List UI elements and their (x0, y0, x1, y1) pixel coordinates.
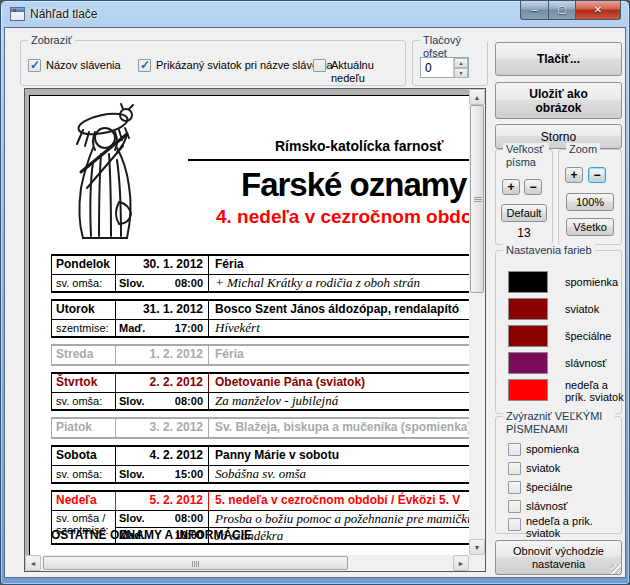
client-area: Zobraziť Názov slávenia Prikázaný sviato… (4, 27, 626, 578)
zoom-all-button[interactable]: Všetko (566, 218, 614, 236)
checkbox-icon[interactable] (508, 500, 521, 513)
color-label: sviatok (565, 303, 627, 315)
mass-label: sv. omša: (52, 393, 116, 409)
schedule-block-piatok: Piatok 3. 2. 2012 Sv. Blažeja, biskupa a… (51, 417, 469, 439)
spin-up-icon[interactable]: ▲ (454, 58, 468, 68)
day-name: Štvrtok (52, 374, 116, 392)
highlight-checkbox-nedela[interactable]: nedeľa a prik. sviatok (508, 515, 616, 539)
print-offset-stepper[interactable]: 0 ▲ ▼ (420, 57, 469, 78)
color-swatch-specialne[interactable] (508, 325, 548, 347)
preview-panel[interactable]: Rímsko-katolícka farnosť Farské oznamy 4… (24, 88, 486, 572)
day-title: Obetovanie Pána (sviatok) (209, 374, 469, 392)
parish-name: Rímsko-katolícka farnosť (275, 138, 444, 154)
font-size-group: Veľkosť písma + − Default 13 (495, 149, 553, 245)
color-label: spomienka (565, 276, 627, 288)
scroll-down-icon[interactable]: ▼ (469, 539, 485, 555)
mass-intention: Prosba o božiu pomoc a požehnanie pre ma… (209, 511, 469, 527)
print-button[interactable]: Tlačiť... (495, 42, 622, 76)
highlight-label: Zvýrazniť VEĽKÝMI PÍSMENAMI (503, 410, 615, 436)
checkbox-label: Názov slávenia (46, 59, 121, 72)
mass-intention: Sobášna sv. omša (209, 466, 469, 482)
color-row-slavnost: slávnosť (508, 352, 627, 374)
minimize-button[interactable]: – (520, 1, 549, 20)
checkbox-prikazany-sviatok[interactable]: Prikázaný sviatok pri názve slávenia (138, 59, 333, 72)
maximize-button[interactable]: ▢ (548, 1, 576, 20)
save-as-image-button[interactable]: Uložiť ako obrázok (495, 82, 622, 119)
scroll-up-icon[interactable]: ▲ (469, 89, 485, 105)
mass-language: Maď. (116, 320, 145, 336)
mass-time: 08:00 (175, 393, 208, 409)
spin-down-icon[interactable]: ▼ (454, 68, 468, 78)
mass-label: szentmise: (52, 320, 116, 336)
font-size-default-button[interactable]: Default (501, 204, 547, 222)
checkbox-label: špeciálne (526, 481, 572, 494)
day-date: 30. 1. 2012 (116, 256, 209, 274)
zoom-label: Zoom (566, 143, 600, 156)
print-offset-value[interactable]: 0 (421, 58, 453, 77)
checkbox-label: Aktuálnu nedeľu (331, 59, 405, 85)
document-page: Rímsko-katolícka farnosť Farské oznamy 4… (29, 95, 469, 555)
show-group-label: Zobraziť (28, 34, 75, 47)
color-swatch-nedela[interactable] (508, 379, 548, 401)
checkbox-icon[interactable] (508, 462, 521, 475)
zoom-100-button[interactable]: 100% (566, 193, 614, 211)
restore-defaults-button[interactable]: Obnoviť východzie nastavenia (495, 540, 622, 575)
day-name: Pondelok (52, 256, 116, 274)
checkbox-icon[interactable] (508, 443, 521, 456)
day-date: 1. 2. 2012 (116, 346, 209, 364)
color-swatch-slavnost[interactable] (508, 352, 548, 374)
color-swatch-spomienka[interactable] (508, 271, 548, 293)
day-title: Bosco Szent János áldozópap, rendalapító (209, 301, 469, 319)
mass-language: Slov. (116, 393, 144, 409)
preview-viewport[interactable]: Rímsko-katolícka farnosť Farské oznamy 4… (25, 89, 469, 555)
scroll-right-icon[interactable]: ► (453, 555, 469, 571)
checkbox-icon[interactable] (138, 59, 151, 72)
checkbox-icon[interactable] (28, 59, 41, 72)
mass-label: sv. omša: (52, 466, 116, 482)
checkbox-nazov-slavenia[interactable]: Názov slávenia (28, 59, 121, 72)
mass-intention: Hívekért (209, 320, 469, 336)
font-size-plus-button[interactable]: + (502, 179, 520, 195)
bulletin-title: Farské oznamy (241, 166, 466, 204)
close-button[interactable]: ✕ (575, 1, 621, 20)
resize-grip-icon[interactable] (611, 564, 621, 574)
schedule-block-stvrtok: Štvrtok 2. 2. 2012 Obetovanie Pána (svia… (51, 372, 469, 411)
zoom-in-button[interactable]: + (565, 167, 583, 183)
horizontal-scroll-thumb[interactable] (43, 556, 348, 570)
app-icon (10, 7, 25, 21)
close-icon: ✕ (594, 4, 602, 15)
vertical-scroll-thumb[interactable] (470, 105, 484, 293)
day-date: 31. 1. 2012 (116, 301, 209, 319)
scroll-left-icon[interactable]: ◄ (25, 555, 41, 571)
checkbox-icon[interactable] (508, 481, 521, 494)
color-swatch-sviatok[interactable] (508, 298, 548, 320)
scrollbar-corner (469, 555, 485, 571)
schedule-block-utorok: Utorok 31. 1. 2012 Bosco Szent János áld… (51, 299, 469, 338)
day-name: Piatok (52, 419, 116, 437)
font-size-minus-button[interactable]: − (524, 179, 542, 195)
color-settings-group: Nastavenia farieb spomienka sviatok špec… (495, 250, 622, 414)
day-date: 4. 2. 2012 (116, 447, 209, 465)
mass-label: sv. omša: (52, 275, 116, 291)
checkbox-label: spomienka (526, 443, 579, 456)
mass-intention: Za manželov - jubilejná (209, 393, 469, 409)
highlight-checkbox-sviatok[interactable]: sviatok (508, 462, 560, 475)
highlight-checkbox-slavnost[interactable]: slávnosť (508, 500, 567, 513)
checkbox-icon[interactable] (508, 518, 521, 531)
checkbox-aktualnu-nedelu[interactable]: Aktuálnu nedeľu (313, 59, 405, 85)
zoom-out-button[interactable]: − (588, 167, 606, 183)
highlight-group: Zvýrazniť VEĽKÝMI PÍSMENAMI spomienka sv… (495, 416, 622, 534)
schedule-table: Pondelok 30. 1. 2012 Féria sv. omša: Slo… (51, 254, 469, 551)
titlebar[interactable]: Náhľad tlače – ▢ ✕ (1, 1, 629, 27)
vertical-scrollbar[interactable]: ▲ ▼ (469, 89, 485, 555)
checkbox-icon[interactable] (313, 59, 326, 72)
print-offset-group: Tlačový ofset 0 ▲ ▼ (412, 40, 488, 86)
day-name: Nedeľa (52, 492, 116, 510)
highlight-checkbox-specialne[interactable]: špeciálne (508, 481, 572, 494)
day-title: Panny Márie v sobotu (209, 447, 469, 465)
minimize-icon: – (532, 4, 538, 15)
highlight-checkbox-spomienka[interactable]: spomienka (508, 443, 579, 456)
color-label: špeciálne (565, 330, 627, 342)
day-date: 5. 2. 2012 (116, 492, 209, 510)
horizontal-scrollbar[interactable]: ◄ ► (25, 555, 469, 571)
